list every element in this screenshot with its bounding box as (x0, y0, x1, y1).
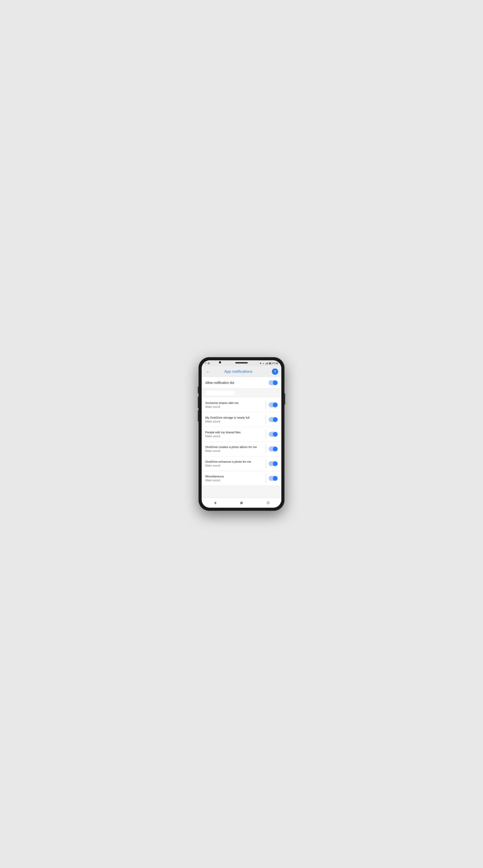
notif-row-subtitle-0: Make sound (205, 405, 264, 408)
wifi-icon: ▲ (262, 362, 264, 364)
nav-home-button[interactable] (237, 499, 246, 507)
notif-row: My OneDrive storage is nearly full Make … (202, 412, 281, 427)
notif-row-title-0: Someone shares with me (205, 401, 264, 405)
notif-row-text-5: Miscellaneous Make sound (205, 475, 266, 482)
notif-row-text-0: Someone shares with me Make sound (205, 401, 266, 409)
nav-bar (202, 498, 281, 508)
vol-down-button (198, 397, 199, 408)
notif-toggle-0[interactable] (269, 402, 278, 407)
battery-icon (269, 362, 272, 364)
notif-row-subtitle-3: Make sound (205, 450, 264, 453)
status-right-icons: ✱ ▲ 7:13 (260, 362, 278, 365)
toggle-thumb (273, 432, 278, 436)
nav-back-icon (214, 501, 216, 504)
content-area: Allow notification dot Someone shares wi… (202, 377, 281, 498)
notif-row-text-1: My OneDrive storage is nearly full Make … (205, 416, 266, 423)
filter-pill (205, 391, 235, 395)
notif-row-subtitle-4: Make sound (205, 464, 264, 467)
notif-row-title-3: OneDrive creates a photo album for me (205, 445, 264, 449)
notif-row-subtitle-2: Make sound (205, 435, 264, 438)
phone-screen: ✉ 🖼 ✱ ▲ 7:13 ← (202, 360, 281, 508)
allow-notif-dot-toggle[interactable] (269, 380, 278, 385)
power-button (284, 393, 285, 405)
app-bar-title: App notifications (205, 369, 272, 374)
help-button[interactable]: ? (272, 368, 278, 375)
notif-toggle-4[interactable] (269, 461, 278, 466)
notif-row-text-3: OneDrive creates a photo album for me Ma… (205, 445, 266, 453)
notif-row: OneDrive creates a photo album for me Ma… (202, 442, 281, 456)
notif-row: OneDrive enhances a photo for me Make so… (202, 456, 281, 471)
notif-row-title-5: Miscellaneous (205, 475, 264, 478)
notif-row-text-2: People edit my shared files Make sound (205, 431, 266, 438)
notif-toggle-3[interactable] (269, 446, 278, 452)
app-bar: ← App notifications ? (202, 366, 281, 377)
notif-toggle-2[interactable] (269, 432, 278, 437)
allow-notif-dot-row: Allow notification dot (202, 377, 281, 389)
toggle-thumb (273, 447, 278, 451)
phone-device: ✉ 🖼 ✱ ▲ 7:13 ← (199, 357, 284, 511)
toggle-thumb (273, 461, 278, 466)
nav-home-icon (240, 502, 243, 504)
notif-row-text-4: OneDrive enhances a photo for me Make so… (205, 460, 266, 467)
help-label: ? (274, 370, 276, 373)
silent-button (198, 410, 199, 422)
notif-row-title-2: People edit my shared files (205, 431, 264, 434)
notif-row-title-4: OneDrive enhances a photo for me (205, 460, 264, 464)
notif-row: Miscellaneous Make sound (202, 471, 281, 486)
filter-bar (202, 389, 281, 398)
toggle-thumb (273, 403, 278, 407)
nav-back-button[interactable] (211, 499, 219, 507)
signal-icon (265, 362, 268, 364)
image-icon: 🖼 (207, 362, 209, 364)
notif-toggle-5[interactable] (269, 476, 278, 481)
bluetooth-icon: ✱ (260, 362, 261, 365)
camera (219, 361, 221, 364)
toggle-thumb (273, 380, 278, 385)
mail-icon: ✉ (205, 362, 207, 364)
status-time: 7:13 (273, 362, 278, 365)
speaker (235, 362, 248, 364)
notif-row: Someone shares with me Make sound (202, 398, 281, 412)
notif-row-subtitle-1: Make sound (205, 420, 264, 423)
notif-toggle-1[interactable] (269, 417, 278, 422)
toggle-thumb (273, 417, 278, 422)
notif-row: People edit my shared files Make sound (202, 427, 281, 442)
notif-row-subtitle-5: Make sound (205, 479, 264, 482)
notif-row-title-1: My OneDrive storage is nearly full (205, 416, 264, 420)
nav-recent-button[interactable] (264, 499, 272, 507)
status-left-icons: ✉ 🖼 (205, 362, 209, 364)
nav-recent-icon (267, 502, 269, 504)
notif-section: Someone shares with me Make sound My One… (202, 398, 281, 486)
toggle-thumb (273, 476, 278, 480)
allow-notif-dot-label: Allow notification dot (205, 381, 234, 384)
vol-up-button (198, 386, 199, 393)
